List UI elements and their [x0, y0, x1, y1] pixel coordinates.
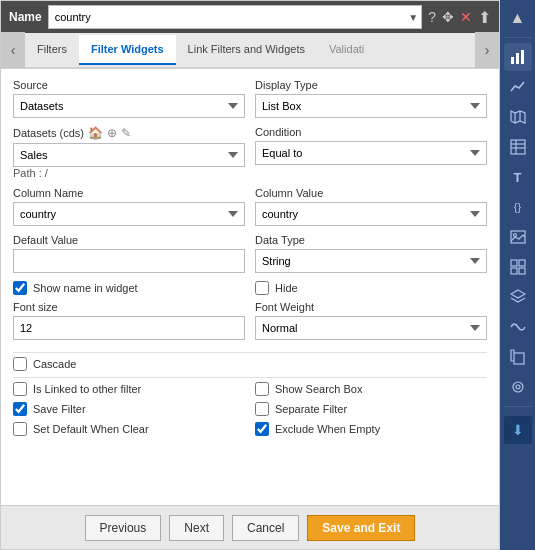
save-filter-col: Save Filter [13, 402, 245, 422]
cascade-label: Cascade [33, 358, 76, 370]
exclude-empty-checkbox[interactable] [255, 422, 269, 436]
svg-rect-14 [511, 268, 517, 274]
sidebar-group-icon[interactable] [504, 373, 532, 401]
is-linked-label: Is Linked to other filter [33, 383, 141, 395]
sidebar-sep-1 [504, 37, 532, 38]
sidebar-download-icon[interactable]: ⬇ [504, 416, 532, 444]
hide-checkbox[interactable] [255, 281, 269, 295]
sidebar-sep-2 [504, 406, 532, 407]
save-filter-checkbox[interactable] [13, 402, 27, 416]
row-save-separate: Save Filter Separate Filter [13, 402, 487, 422]
font-size-label: Font size [13, 301, 245, 313]
display-type-select[interactable]: List Box Dropdown [255, 94, 487, 118]
font-weight-select[interactable]: Normal Bold [255, 316, 487, 340]
default-value-input[interactable] [13, 249, 245, 273]
svg-rect-13 [519, 260, 525, 266]
svg-rect-15 [519, 268, 525, 274]
exclude-empty-row: Exclude When Empty [255, 422, 487, 436]
right-sidebar: ▲ T {} ⬇ [500, 0, 535, 550]
tab-validati[interactable]: Validati [317, 35, 376, 65]
datasets-home-icon[interactable]: 🏠 [88, 126, 103, 140]
column-value-col: Column Value country city [255, 187, 487, 234]
svg-rect-1 [516, 53, 519, 64]
tabs-row: ‹ Filters Filter Widgets Link Filters an… [1, 33, 499, 69]
footer: Previous Next Cancel Save and Exit [1, 505, 499, 549]
svg-marker-3 [511, 111, 525, 123]
previous-button[interactable]: Previous [85, 515, 162, 541]
data-type-group: Data Type String Number Date [255, 234, 487, 273]
display-type-label: Display Type [255, 79, 487, 91]
name-input[interactable] [48, 5, 423, 29]
sidebar-map-icon[interactable] [504, 103, 532, 131]
sidebar-layers-icon[interactable] [504, 283, 532, 311]
sidebar-table-icon[interactable] [504, 133, 532, 161]
display-type-col: Display Type List Box Dropdown [255, 79, 487, 126]
save-filter-label: Save Filter [33, 403, 86, 415]
separate-filter-checkbox[interactable] [255, 402, 269, 416]
svg-rect-6 [511, 140, 525, 154]
sidebar-chart2-icon[interactable] [504, 313, 532, 341]
datasets-select-wrap: Sales [13, 143, 245, 167]
source-select[interactable]: Datasets Custom SQL [13, 94, 245, 118]
condition-col: Condition Equal to Not equal to [255, 126, 487, 187]
default-value-label: Default Value [13, 234, 245, 246]
sidebar-line-chart-icon[interactable] [504, 73, 532, 101]
set-default-col: Set Default When Clear [13, 422, 245, 442]
column-name-select[interactable]: country city [13, 202, 245, 226]
column-name-group: Column Name country city [13, 187, 245, 226]
column-name-col: Column Name country city [13, 187, 245, 234]
display-type-group: Display Type List Box Dropdown [255, 79, 487, 118]
sidebar-image-icon[interactable] [504, 223, 532, 251]
cancel-button[interactable]: Cancel [232, 515, 299, 541]
data-type-select[interactable]: String Number Date [255, 249, 487, 273]
tab-prev-btn[interactable]: ‹ [1, 32, 25, 68]
default-value-col: Default Value [13, 234, 245, 281]
svg-rect-10 [511, 231, 525, 243]
collapse-icon[interactable]: ⬆ [478, 8, 491, 27]
next-button[interactable]: Next [169, 515, 224, 541]
svg-rect-2 [521, 50, 524, 64]
move-icon[interactable]: ✥ [442, 9, 454, 25]
tab-link-filters[interactable]: Link Filters and Widgets [176, 35, 317, 65]
svg-point-19 [516, 385, 520, 389]
sidebar-filter-icon[interactable]: {} [504, 193, 532, 221]
datasets-select[interactable]: Sales [13, 143, 245, 167]
sidebar-collapse-icon[interactable]: ▲ [504, 4, 532, 32]
sidebar-bar-chart-icon[interactable] [504, 43, 532, 71]
show-search-label: Show Search Box [275, 383, 362, 395]
sidebar-copy-icon[interactable] [504, 343, 532, 371]
help-icon[interactable]: ? [428, 9, 436, 25]
datasets-label: Datasets (cds) 🏠 ⊕ ✎ [13, 126, 245, 140]
datasets-icons: 🏠 ⊕ ✎ [88, 126, 131, 140]
tab-next-btn[interactable]: › [475, 32, 499, 68]
header-icons: ? ✥ ✕ ⬆ [428, 8, 491, 27]
sidebar-text-icon[interactable]: T [504, 163, 532, 191]
row-source-display: Source Datasets Custom SQL Display Type … [13, 79, 487, 126]
font-weight-col: Font Weight Normal Bold [255, 301, 487, 348]
hide-col: Hide [255, 281, 487, 301]
cascade-checkbox[interactable] [13, 357, 27, 371]
show-name-checkbox[interactable] [13, 281, 27, 295]
tab-filter-widgets[interactable]: Filter Widgets [79, 35, 176, 65]
set-default-checkbox[interactable] [13, 422, 27, 436]
is-linked-checkbox[interactable] [13, 382, 27, 396]
condition-select[interactable]: Equal to Not equal to [255, 141, 487, 165]
show-name-col: Show name in widget [13, 281, 245, 301]
row-datasets-condition: Datasets (cds) 🏠 ⊕ ✎ Sales Path : [13, 126, 487, 187]
datasets-add-icon[interactable]: ⊕ [107, 126, 117, 140]
save-exit-button[interactable]: Save and Exit [307, 515, 415, 541]
column-value-select[interactable]: country city [255, 202, 487, 226]
hide-label: Hide [275, 282, 298, 294]
datasets-edit-icon[interactable]: ✎ [121, 126, 131, 140]
set-default-row: Set Default When Clear [13, 422, 245, 436]
data-type-label: Data Type [255, 234, 487, 246]
svg-rect-0 [511, 57, 514, 64]
default-value-group: Default Value [13, 234, 245, 273]
close-icon[interactable]: ✕ [460, 9, 472, 25]
tab-filters[interactable]: Filters [25, 35, 79, 65]
font-size-input[interactable] [13, 316, 245, 340]
name-label: Name [9, 10, 42, 24]
sidebar-grid-icon[interactable] [504, 253, 532, 281]
show-search-checkbox[interactable] [255, 382, 269, 396]
svg-point-18 [513, 382, 523, 392]
